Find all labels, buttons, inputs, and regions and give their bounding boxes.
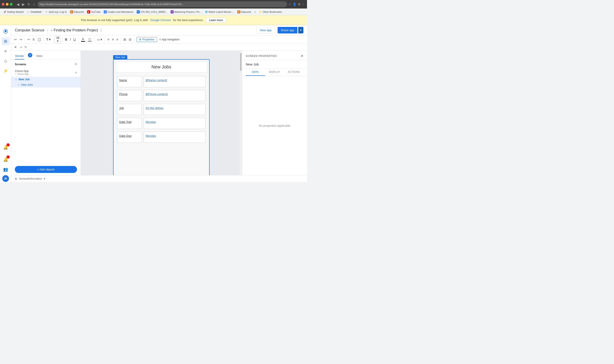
left-icon-sidebar: ⊞ ≡ ◇ ⚡ 🔔 1 🔔 1 👥 JB [0,25,11,182]
google-chrome-link[interactable]: Google Chrome [150,18,171,22]
window-close-btn[interactable] [2,3,4,6]
rp-tab-actions[interactable]: ACTIONS [284,69,303,76]
add-screen-button[interactable]: + [75,62,77,67]
properties-button[interactable]: ⚙ Properties [136,37,157,42]
undo-button[interactable]: ↩ [13,37,18,42]
paste-button[interactable]: 📋 [36,37,42,42]
back-button[interactable]: ◀ [16,2,20,7]
project-name: Finding the Problem Project [54,28,98,32]
align-left-button[interactable]: ≡ [106,37,110,42]
rp-tab-display[interactable]: DISPLAY [265,69,284,76]
bookmark-mastering[interactable]: M Mastering Physics | Pe... [169,10,203,14]
tab-mobile[interactable]: Mobile [15,53,24,59]
screen-sub-text: Chore App [17,73,29,75]
fill-color-button[interactable]: ◻ [87,37,93,42]
bookmark-grades[interactable]: S Grades and Attendance [102,10,135,14]
honeycode-logo[interactable] [1,27,10,35]
share-dropdown-button[interactable]: ▾ [298,27,303,33]
sidebar-grid-icon[interactable]: ⊞ [1,37,10,45]
address-bar[interactable]: https://builder.honeycode.aws/app/1-us-w… [38,1,287,7]
grid-button-1[interactable]: ⊞ [122,37,127,42]
app-name: Computer Science ⋮ › Finding the Problem… [15,28,103,33]
bookmark-quill[interactable]: ✏ Quill.org | Log In [43,10,68,14]
bookmark-getting-started[interactable]: 🚀 Getting Started [2,10,25,14]
window-minimize-btn[interactable] [6,3,9,6]
copy-button[interactable]: ⎘ [32,37,36,42]
field-value-date-due[interactable]: Monday [144,132,206,143]
nav-icon: ≡ [159,38,161,41]
mobile-link-icon[interactable]: 🔗 [28,53,32,57]
notification-icon[interactable]: 🔔 1 [1,143,10,151]
sidebar-shapes-icon[interactable]: ◇ [1,57,10,65]
right-panel-header: SCREEN PROPERTIES ✕ [242,51,307,60]
border-button[interactable]: ▭ ▾ [96,37,104,42]
font-color-button[interactable]: A [80,37,86,42]
align-right-button[interactable]: ≡ [115,37,119,42]
content-area: Mobile 🔗 Web Screens + Chore App ○ Chore… [11,51,307,175]
bell-icon[interactable]: 🔔 1 [1,156,10,164]
bookmark-edpuzzle1[interactable]: E Edpuzzle [69,10,85,14]
bookmark-movies[interactable]: 🌐 Watch Latest Movies ... [203,10,235,14]
forward-button[interactable]: ▶ [21,2,26,7]
notification-message: This browser is not fully supported (yet… [81,18,148,22]
screen-chore-app[interactable]: Chore App ○ Chore App ⌂ [11,68,80,77]
redo-button[interactable]: ↪ [18,37,23,42]
star-icon[interactable]: ☆ [288,2,291,6]
extensions-icon[interactable]: ⚙ [298,2,301,6]
nav-item-new-job[interactable]: ☆ New Job [11,77,80,82]
add-objects-button[interactable]: + Add objects [15,166,77,173]
bold-button[interactable]: B [64,37,68,42]
bookmark-276[interactable]: W 276-303_CH11_86882... [135,10,169,14]
sidebar-lightning-icon[interactable]: ⚡ [1,67,10,75]
toolbar-divider-3 [53,37,53,42]
rp-tab-data[interactable]: DATA [246,69,265,76]
formula-cancel-button[interactable]: ✕ [13,45,18,50]
grid-button-2[interactable]: ⊟ [128,37,133,42]
no-properties-message: No properties applicable [242,76,307,175]
window-maximize-btn[interactable] [10,3,13,6]
reload-button[interactable]: ↻ [27,2,31,7]
learn-more-button[interactable]: Learn more [206,17,226,23]
nav-item-new-jobs[interactable]: ☆ New Jobs [11,82,80,88]
text-format-button[interactable]: T ▾ [45,37,52,42]
getting-started-icon: 🚀 [3,10,6,13]
share-app-button[interactable]: Share app [278,27,297,33]
edpuzzle-icon: E [70,10,73,13]
breadcrumb-arrow: › [51,28,52,32]
bookmark-other[interactable]: 📁 Other Bookmarks [257,10,283,14]
field-value-job[interactable]: Do the dishes [144,104,206,115]
bookmark-youtube[interactable]: ▶ YouTube [86,10,102,14]
italic-button[interactable]: I [69,37,72,42]
align-center-button[interactable]: ≡ [111,37,115,42]
field-value-name[interactable]: $[Name content] [144,76,206,87]
view-app-button[interactable]: View app [256,27,275,33]
right-panel-close-button[interactable]: ✕ [300,54,303,58]
screen-info: Chore App ○ Chore App [15,69,29,75]
bookmark-edpuzzle2[interactable]: E Edpuzzle [236,10,253,14]
bottom-bar-chevron: ▾ [44,177,45,180]
bookmark-deltamath[interactable]: Δ DeltaMath [25,10,43,14]
tab-web[interactable]: Web [36,53,43,59]
field-value-date-told[interactable]: Monday [144,118,206,129]
field-value-phone[interactable]: $[Phone content] [144,90,206,101]
sidebar-layers-icon[interactable]: ≡ [1,47,10,55]
underline-button[interactable]: U [72,37,77,42]
cut-button[interactable]: ✂ [26,37,31,42]
formula-confirm-button[interactable]: ✓ [19,45,24,50]
toolbar-divider-5 [78,37,79,42]
canvas-scrollbar[interactable] [240,51,242,175]
profile-icon[interactable]: 👤 [293,2,296,6]
user-avatar[interactable]: JB [2,175,9,182]
formula-input[interactable] [27,45,305,49]
canvas-area: New Job New Jobs Name $[Name content] P [81,51,242,175]
bookmark-more[interactable]: » [253,10,257,14]
scrollbar-thumb[interactable] [240,53,241,71]
fx-label: fx [25,46,27,49]
menu-icon[interactable]: ⋮ [302,2,305,6]
toolbar: ↩ ↪ ✂ ⎘ 📋 T ▾ 16 ▾ B I U A ◻ ▭ ▾ ≡ [11,35,307,43]
app-name-text: Computer Science [15,28,44,32]
people-icon[interactable]: 👥 [1,165,10,173]
home-button[interactable]: ⌂ [32,2,36,7]
font-size-select[interactable]: 16 ▾ [54,36,61,43]
app-navigation-button[interactable]: ≡ App navigation [158,37,181,42]
